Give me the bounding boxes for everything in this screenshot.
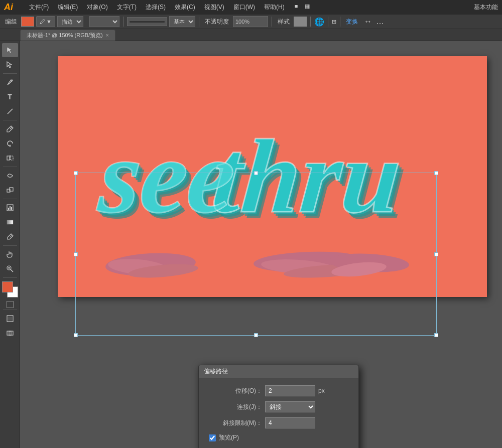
svg-rect-5 [11,156,13,160]
rotate-tool[interactable] [2,136,18,151]
miter-row: 斜接限制(M)： [207,417,350,428]
svg-rect-20 [8,317,12,321]
scale-tool[interactable] [2,183,18,197]
join-select-wrap: 斜接 圆角 斜切 [265,401,315,412]
handle-br[interactable] [434,333,438,337]
selection-tool[interactable] [2,43,18,57]
toolbar-sep-3 [272,17,272,27]
menu-text[interactable]: 文字(T) [113,2,141,13]
color-indicators[interactable] [2,281,18,297]
eyedropper-tool[interactable] [2,230,18,244]
offset-input[interactable] [265,385,315,396]
style-dropdown[interactable] [89,16,119,27]
join-label: 连接(J)： [207,403,262,411]
main-area: T [0,41,502,448]
toolbar-sep-2 [199,17,199,27]
canvas-area: see thru see thru see thru see thru see … [20,41,502,448]
tab-bar: 未标题-1* @ 150% (RGB/预览) × [0,29,502,41]
screen-mode-btn[interactable] [2,312,18,326]
arrange-icon[interactable]: ⊞ [332,19,336,25]
type-tool[interactable]: T [2,90,18,104]
artwork-svg: see thru see thru see thru see thru see … [58,56,487,297]
line-tool[interactable] [2,104,18,118]
no-color-btn[interactable] [7,301,14,308]
menu-effect[interactable]: 效果(C) [171,2,199,13]
globe-icon[interactable]: 🌐 [314,17,324,27]
svg-line-2 [10,127,12,129]
brush-tool[interactable]: 🖊▼ [36,16,55,27]
artboard: see thru see thru see thru see thru see … [58,56,487,297]
svg-rect-10 [8,208,9,210]
style-color[interactable] [294,17,307,27]
tab-title: 未标题-1* @ 150% (RGB/预览) [27,32,103,39]
pen-tool[interactable] [2,75,18,89]
menu-view[interactable]: 视图(V) [200,2,228,13]
tool-sep-3 [3,167,17,167]
stroke-type-select[interactable]: 基本 [169,16,195,27]
tool-sep-6 [3,277,17,278]
brush-select[interactable]: 描边 [57,16,83,27]
svg-rect-13 [7,220,13,224]
warp-tool[interactable] [2,169,18,183]
paintbrush-tool[interactable] [2,122,18,136]
mode-label: 编组 [3,18,19,26]
svg-line-16 [11,269,13,272]
workspace-label: 基本功能 [474,3,498,12]
handle-bc[interactable] [254,333,258,337]
document-tab[interactable]: 未标题-1* @ 150% (RGB/预览) × [20,30,115,41]
tool-sep-1 [3,73,17,74]
dialog-body: 位移(O)： px 连接(J)： 斜接 圆角 斜切 斜接限制(M) [199,378,358,448]
graph-tool[interactable] [2,201,18,215]
preview-row: 预览(P) [207,433,350,442]
offset-path-dialog: 偏移路径 位移(O)： px 连接(J)： 斜接 圆角 斜切 [198,365,359,448]
preview-checkbox[interactable] [209,434,216,441]
menu-help[interactable]: 帮助(H) [260,2,289,13]
svg-point-0 [10,80,12,81]
menu-object[interactable]: 对象(O) [83,2,111,13]
svg-rect-12 [11,207,12,210]
join-select[interactable]: 斜接 圆角 斜切 [265,401,315,412]
foreground-color[interactable] [2,281,13,292]
title-bar: Ai 文件(F) 编辑(E) 对象(O) 文字(T) 选择(S) 效果(C) 视… [0,0,502,14]
miter-input[interactable] [265,417,315,428]
fill-color[interactable] [21,17,34,27]
gradient-tool[interactable] [2,215,18,229]
preview-label[interactable]: 预览(P) [219,433,239,442]
toolbar-sep-6 [340,17,340,27]
more-icon[interactable]: … [376,17,384,26]
menu-edit[interactable]: 编辑(E) [54,2,82,13]
blend-mode-btn[interactable] [2,326,18,340]
tab-close-btn[interactable]: × [106,33,109,38]
svg-rect-11 [10,206,11,210]
dialog-title-bar[interactable]: 偏移路径 [199,365,358,378]
svg-marker-3 [9,144,11,146]
ai-logo: Ai [4,2,21,13]
opacity-input[interactable] [233,16,268,27]
menu-bar: 文件(F) 编辑(E) 对象(O) 文字(T) 选择(S) 效果(C) 视图(V… [25,2,312,13]
mirror-tool[interactable] [2,151,18,165]
offset-label: 位移(O)： [207,387,262,395]
main-toolbar: 编组 🖊▼ 描边 基本 不透明度 样式 🌐 ⊞ 变换 ↔ … [0,14,502,29]
zoom-tool[interactable] [2,262,18,276]
svg-line-1 [8,109,13,114]
tool-sep-2 [3,120,17,120]
offset-unit: px [318,387,325,394]
toolbar-sep-4 [310,17,311,27]
left-toolbar: T [0,41,20,448]
reflect-icon[interactable]: ↔ [364,17,372,26]
menu-file[interactable]: 文件(F) [25,2,53,13]
menu-window[interactable]: 窗口(W) [229,2,259,13]
handle-bl[interactable] [74,333,78,337]
hand-tool[interactable] [2,247,18,261]
offset-row: 位移(O)： px [207,385,350,396]
join-row: 连接(J)： 斜接 圆角 斜切 [207,401,350,412]
tool-sep-5 [3,245,17,246]
stroke-preview[interactable] [127,17,167,26]
toolbar-sep-5 [328,17,328,27]
svg-text:see: see [94,118,239,235]
direct-selection-tool[interactable] [2,58,18,72]
dialog-title: 偏移路径 [204,367,228,376]
transform-label[interactable]: 变换 [344,18,360,26]
menu-select[interactable]: 选择(S) [142,2,170,13]
opacity-label: 不透明度 [203,18,231,26]
